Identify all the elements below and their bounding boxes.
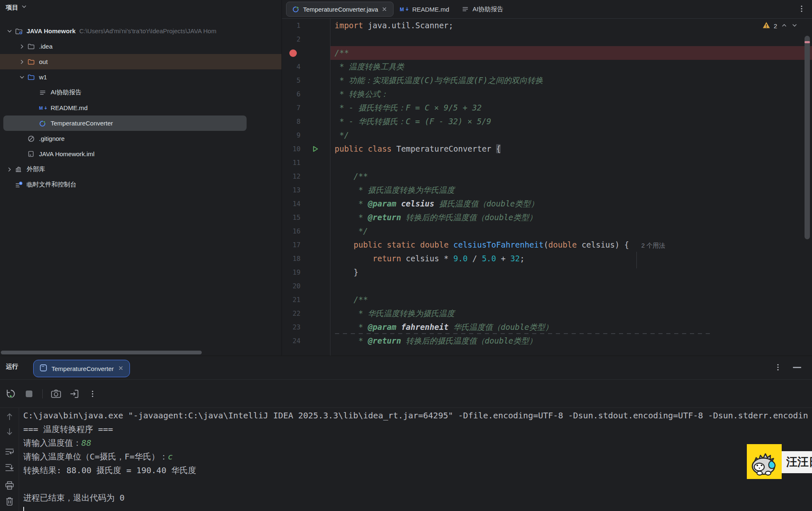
gutter-row[interactable]: 22 [282,307,330,320]
tree-item-temperature-converter[interactable]: TemperatureConverter [3,115,247,131]
trash-button[interactable] [4,496,15,507]
breakpoint-dot[interactable] [289,49,297,57]
gutter-row[interactable]: 10 [282,142,330,156]
next-problem-chevron-down-icon[interactable] [791,22,798,30]
code-line-16[interactable]: */ [330,224,812,238]
gutter-row[interactable]: 14 [282,197,330,211]
code-line-23[interactable]: * @param fahrenheit 华氏温度值（double类型） [330,320,812,334]
prev-problem-chevron-up-icon[interactable] [781,22,788,30]
gutter-row[interactable]: 12 [282,170,330,183]
gutter-row[interactable]: 7 [282,101,330,115]
run-class-gutter[interactable] [301,145,330,152]
code-line-2[interactable] [330,32,812,46]
hide-tool-window-icon[interactable] [793,367,801,368]
code-line-17[interactable]: public static double celsiusToFahrenheit… [330,238,812,252]
gutter-row[interactable]: 17 [282,238,330,252]
gutter-row[interactable]: 23 [282,320,330,334]
run-options-kebab-icon[interactable] [775,363,781,373]
tree-item-ai-report[interactable]: AI协助报告 [0,85,281,100]
camera-button[interactable] [50,388,62,400]
code-viewport[interactable]: import java.util.Scanner;/** * 温度转换工具类 *… [330,19,812,348]
tree-item-w1-folder[interactable]: w1 [0,69,281,85]
gutter-row[interactable]: 1 [282,19,330,32]
arrow-up-button[interactable] [4,411,15,422]
editor-tab-ai-report[interactable]: AI协助报告 [455,2,509,17]
code-line-22[interactable]: * 华氏温度转换为摄氏温度 [330,307,812,320]
chevron-down-icon[interactable] [4,28,15,34]
code-line-15[interactable]: * @return 转换后的华氏温度值（double类型） [330,211,812,224]
gutter-row[interactable]: 24 [282,334,330,348]
code-line-19[interactable]: } [330,265,812,279]
code-line-18[interactable]: return celsius * 9.0 / 5.0 + 32; [330,252,812,265]
code-line-5[interactable]: * 功能：实现摄氏温度(C)与华氏温度(F)之间的双向转换 [330,74,812,87]
gutter-row[interactable]: 9 [282,128,330,142]
gutter-row[interactable]: 15 [282,211,330,224]
code-line-12[interactable]: /** [330,170,812,183]
code-line-7[interactable]: * - 摄氏转华氏：F = C × 9/5 + 32 [330,101,812,115]
code-line-8[interactable]: * - 华氏转摄氏：C = (F - 32) × 5/9 [330,115,812,128]
printer-button[interactable] [4,480,15,491]
gutter-row[interactable]: 6 [282,87,330,101]
code-line-9[interactable]: */ [330,128,812,142]
code-token: * 摄氏温度转换为华氏温度 [335,185,455,194]
code-line-24[interactable]: * @return 转换后的摄氏温度值（double类型） [330,334,812,348]
chevron-right-icon[interactable] [17,59,27,65]
gutter-row[interactable]: 8 [282,115,330,128]
code-line-1[interactable]: import java.util.Scanner; [330,19,812,32]
code-line-13[interactable]: * 摄氏温度转换为华氏温度 [330,183,812,197]
gutter-row[interactable]: 5 [282,74,330,87]
gutter-row[interactable] [282,46,330,60]
gutter-row[interactable]: 19 [282,265,330,279]
editor-scrollbar[interactable] [805,18,810,356]
tree-item-external-libraries[interactable]: 外部库 [0,162,281,177]
project-panel-header[interactable]: 项目 [6,2,27,13]
editor-scrollbar-thumb[interactable] [805,36,810,239]
editor-tab-temperature-converter-java[interactable]: TemperatureConverter.java [286,2,394,17]
rerun-button[interactable] [5,388,17,400]
gutter-row[interactable]: 4 [282,60,330,74]
tree-item-idea-folder[interactable]: .idea [0,39,281,54]
stop-button[interactable] [23,388,35,400]
code-line-20[interactable] [330,279,812,293]
gutter-row[interactable]: 16 [282,224,330,238]
pet-widget-label[interactable]: 汪汪日记 [777,451,812,473]
project-horizontal-scrollbar[interactable] [1,351,202,354]
tree-item-iml-file[interactable]: JAVA Homework.iml [0,146,281,162]
tree-item-out-folder[interactable]: out [0,54,281,69]
gutter-row[interactable]: 18 [282,252,330,265]
gutter-row[interactable]: 21 [282,293,330,307]
console-output[interactable]: C:\java\bin\java.exe "-javaagent:C:\java… [19,408,812,511]
editor-tab-readme-md[interactable]: MREADME.md [394,2,455,17]
tab-label: TemperatureConverter.java [303,6,378,13]
close-icon[interactable] [118,365,124,372]
gutter-row[interactable]: 13 [282,183,330,197]
pet-widget-dog-image[interactable] [747,444,782,479]
tree-item-scratches[interactable]: 临时文件和控制台 [0,177,281,192]
code-line-21[interactable]: /** [330,293,812,307]
tree-item-readme[interactable]: MREADME.md [0,100,281,115]
scroll-end-button[interactable] [4,462,15,473]
gutter-row[interactable]: 20 [282,279,330,293]
code-line-14[interactable]: * @param celsius 摄氏温度值（double类型） [330,197,812,211]
code-line-6[interactable]: * 转换公式： [330,87,812,101]
exit-button[interactable] [68,388,80,400]
run-configuration-tab[interactable]: TemperatureConverter [33,360,130,377]
code-line-11[interactable] [330,156,812,170]
chevron-down-icon[interactable] [17,74,27,81]
close-icon[interactable] [382,6,387,12]
kebab-button[interactable] [87,388,98,400]
chevron-right-icon[interactable] [4,166,15,173]
code-line-3[interactable]: /** [330,46,812,60]
chevron-right-icon[interactable] [17,43,27,50]
editor-options-kebab-icon[interactable] [797,4,806,13]
code-line-10[interactable]: public class TemperatureConverter { [330,142,812,156]
code-line-4[interactable]: * 温度转换工具类 [330,60,812,74]
gutter-row[interactable]: 11 [282,156,330,170]
tree-item-java-homework[interactable]: JAVA HomeworkC:\Users\Ad'mi'ni's'tra'to'… [0,23,281,39]
tree-item-gitignore[interactable]: .gitignore [0,131,281,146]
code-token [449,240,453,249]
gutter-row[interactable]: 2 [282,32,330,46]
soft-wrap-button[interactable] [4,446,15,457]
error-stripe-mark[interactable] [805,41,810,43]
arrow-down-button[interactable] [4,426,15,437]
